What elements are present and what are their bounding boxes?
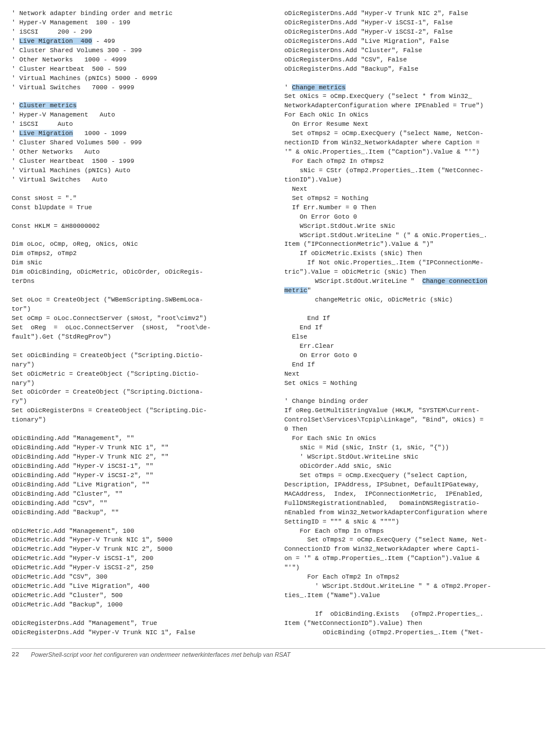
- cluster-metrics-highlight: Cluster metrics: [19, 102, 77, 109]
- left-column: ' Network adapter binding order and metr…: [12, 9, 278, 638]
- right-code-block: oDicRegisterDns.Add "Hyper-V Trunk NIC 2…: [284, 9, 545, 638]
- footer-caption: PowerShell-script voor het configureren …: [31, 651, 290, 658]
- live-migration-400-highlight: Live Migration 400: [19, 38, 92, 45]
- left-code-block: ' Network adapter binding order and metr…: [12, 9, 268, 638]
- live-migration-highlight: Live Migration: [19, 130, 73, 137]
- change-connection-highlight: Change connection metric: [284, 278, 487, 294]
- right-column: oDicRegisterDns.Add "Hyper-V Trunk NIC 2…: [278, 9, 545, 638]
- footer: 22 PowerShell-script voor het configurer…: [12, 648, 545, 658]
- change-metrics-highlight: Change metrics: [292, 84, 345, 91]
- page-container: ' Network adapter binding order and metr…: [12, 9, 545, 658]
- two-column-layout: ' Network adapter binding order and metr…: [12, 9, 545, 638]
- page-number: 22: [12, 651, 19, 658]
